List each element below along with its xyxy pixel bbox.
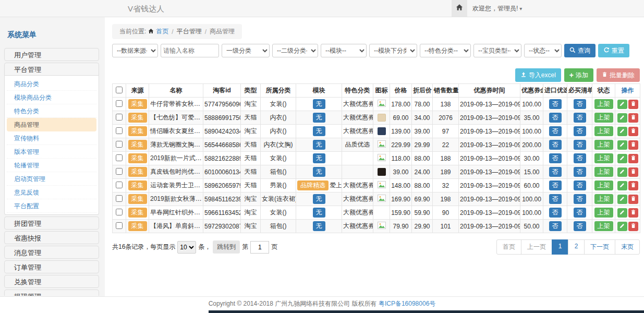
filter-select---状态--[interactable]: --状态-- — [524, 44, 562, 57]
pager-button-1[interactable]: 1 — [552, 239, 568, 255]
pager-button-上一页[interactable]: 上一页 — [521, 239, 552, 255]
delete-button[interactable] — [628, 195, 638, 204]
status-badge[interactable]: 上架 — [594, 194, 613, 203]
data-source-select[interactable]: --数据来源-- — [112, 44, 158, 57]
must-buy-toggle[interactable]: 否 — [574, 140, 586, 149]
import-select-toggle[interactable]: 否 — [549, 194, 562, 203]
row-checkbox[interactable] — [116, 127, 123, 134]
filter-select-一级分类[interactable]: 一级分类 — [222, 44, 270, 57]
sidebar-item-提现管理[interactable]: 提现管理 — [4, 290, 99, 296]
row-checkbox[interactable] — [116, 100, 123, 107]
delete-button[interactable] — [628, 181, 638, 190]
must-buy-toggle[interactable]: 否 — [574, 167, 586, 176]
row-checkbox[interactable] — [116, 154, 123, 161]
row-checkbox[interactable] — [116, 141, 123, 148]
filter-select---模块下分类--[interactable]: --模块下分类-- — [369, 44, 417, 57]
edit-button[interactable] — [617, 113, 627, 123]
page-size-select[interactable]: 10 — [177, 241, 196, 254]
import-select-toggle[interactable]: 否 — [549, 153, 562, 163]
sidebar-item-订单管理[interactable]: 订单管理 — [4, 260, 99, 273]
row-checkbox[interactable] — [116, 195, 123, 202]
sidebar-subitem-轮播管理[interactable]: 轮播管理 — [7, 159, 96, 172]
add-button[interactable]: + 添加 — [564, 68, 593, 82]
status-badge[interactable]: 上架 — [594, 180, 613, 190]
user-menu[interactable]: 欢迎您，管理员!▾ — [472, 0, 522, 17]
status-badge[interactable]: 上架 — [594, 126, 613, 136]
filter-select---二级分类--[interactable]: --二级分类-- — [272, 44, 318, 57]
sidebar-item-用户管理[interactable]: 用户管理 — [4, 48, 99, 61]
module-badge[interactable]: 无 — [313, 153, 325, 163]
sidebar-subitem-宣传物料[interactable]: 宣传物料 — [7, 131, 96, 145]
import-select-toggle[interactable]: 否 — [549, 113, 562, 122]
must-buy-toggle[interactable]: 否 — [574, 194, 586, 203]
status-badge[interactable]: 上架 — [594, 140, 613, 149]
module-badge[interactable]: 无 — [313, 140, 325, 149]
row-checkbox[interactable] — [116, 114, 123, 121]
sidebar-subitem-启动页管理[interactable]: 启动页管理 — [7, 172, 96, 186]
module-badge[interactable]: 无 — [313, 208, 325, 217]
sidebar-subitem-商品分类[interactable]: 商品分类 — [7, 77, 96, 91]
row-checkbox[interactable] — [116, 209, 123, 215]
import-excel-button[interactable]: 导入excel — [515, 68, 561, 82]
filter-select---宝贝类型--[interactable]: --宝贝类型-- — [473, 44, 521, 57]
pager-button-首页[interactable]: 首页 — [496, 239, 521, 255]
sidebar-subitem-特色分类[interactable]: 特色分类 — [7, 104, 96, 118]
sidebar-subitem-意见反馈[interactable]: 意见反馈 — [7, 186, 96, 199]
delete-button[interactable] — [628, 100, 638, 109]
edit-button[interactable] — [617, 222, 627, 231]
edit-button[interactable] — [617, 127, 627, 136]
must-buy-toggle[interactable]: 否 — [574, 153, 586, 163]
pager-button-下一页[interactable]: 下一页 — [584, 239, 615, 255]
must-buy-toggle[interactable]: 否 — [574, 126, 586, 136]
jump-button[interactable]: 跳转到 — [213, 240, 240, 254]
status-badge[interactable]: 上架 — [594, 167, 613, 176]
import-select-toggle[interactable]: 否 — [549, 208, 562, 217]
delete-button[interactable] — [628, 113, 638, 123]
breadcrumb-home-link[interactable]: 首页 — [156, 27, 168, 36]
import-select-toggle[interactable]: 否 — [549, 221, 562, 231]
filter-select---特色分类--[interactable]: --特色分类-- — [420, 44, 471, 57]
sidebar-subitem-版本管理[interactable]: 版本管理 — [7, 145, 96, 159]
query-button[interactable]: 查询 — [564, 44, 596, 57]
import-select-toggle[interactable]: 否 — [549, 140, 562, 149]
pager-button-末页[interactable]: 末页 — [615, 239, 640, 255]
import-select-toggle[interactable]: 否 — [549, 126, 562, 136]
sidebar-subitem-模块商品分类[interactable]: 模块商品分类 — [7, 91, 96, 104]
edit-button[interactable] — [617, 181, 627, 190]
jump-page-input[interactable] — [250, 241, 269, 254]
import-select-toggle[interactable]: 否 — [549, 180, 562, 190]
must-buy-toggle[interactable]: 否 — [574, 180, 586, 190]
home-button[interactable] — [452, 0, 467, 17]
edit-button[interactable] — [617, 100, 627, 109]
icp-link[interactable]: 粤ICP备16098006号 — [379, 300, 435, 307]
sidebar-item-平台管理[interactable]: 平台管理 — [4, 63, 99, 76]
module-badge[interactable]: 无 — [313, 194, 325, 203]
delete-button[interactable] — [628, 154, 638, 163]
edit-button[interactable] — [617, 140, 627, 150]
sidebar-subitem-商品管理[interactable]: 商品管理 — [7, 118, 96, 131]
sidebar-item-兑换管理[interactable]: 兑换管理 — [4, 275, 99, 288]
delete-button[interactable] — [628, 167, 638, 177]
import-select-toggle[interactable]: 否 — [549, 99, 562, 109]
module-badge[interactable]: 无 — [313, 221, 325, 231]
must-buy-toggle[interactable]: 否 — [574, 221, 586, 231]
reset-button[interactable]: 重置 — [598, 44, 629, 57]
row-checkbox[interactable] — [116, 182, 123, 188]
pager-button-2[interactable]: 2 — [568, 239, 585, 255]
import-select-toggle[interactable]: 否 — [549, 167, 562, 176]
status-badge[interactable]: 上架 — [594, 99, 613, 109]
module-badge[interactable]: 无 — [313, 167, 325, 176]
edit-button[interactable] — [617, 208, 627, 218]
must-buy-toggle[interactable]: 否 — [574, 208, 586, 217]
edit-button[interactable] — [617, 195, 627, 204]
status-badge[interactable]: 上架 — [594, 153, 613, 163]
filter-select---模块--[interactable]: --模块-- — [321, 44, 367, 57]
delete-button[interactable] — [628, 222, 638, 231]
sidebar-subitem-平台配置[interactable]: 平台配置 — [7, 199, 96, 213]
sidebar-item-消息管理[interactable]: 消息管理 — [4, 246, 99, 259]
batch-delete-button[interactable]: 批量删除 — [597, 68, 640, 82]
select-all-checkbox[interactable] — [116, 87, 123, 93]
row-checkbox[interactable] — [116, 222, 123, 229]
status-badge[interactable]: 上架 — [594, 113, 613, 122]
delete-button[interactable] — [628, 127, 638, 136]
